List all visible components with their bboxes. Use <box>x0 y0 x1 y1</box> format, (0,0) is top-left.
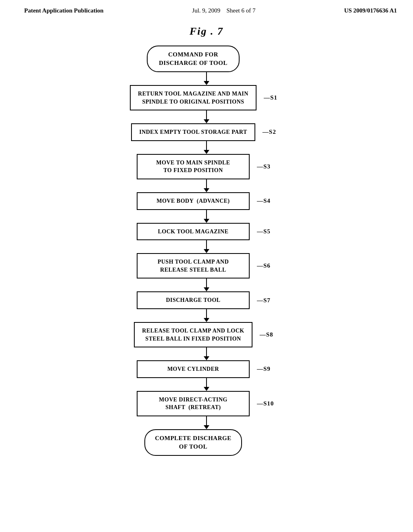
arrow-10 <box>204 378 209 391</box>
step-s8-box: RELEASE TOOL CLAMP AND LOCKSTEEL BALL IN… <box>134 322 252 347</box>
step-s4-label: —S4 <box>257 197 276 204</box>
publication-label: Patent Application Publication <box>24 7 104 14</box>
step-s5-box: LOCK TOOL MAGAZINE <box>137 223 250 241</box>
arrow-8 <box>204 309 209 322</box>
publication-date: Jul. 9, 2009 <box>192 7 220 14</box>
flow-s3-row: MOVE TO MAIN SPINDLETO FIXED POSITION —S… <box>16 154 397 179</box>
header-center: Jul. 9, 2009 Sheet 6 of 7 <box>192 7 255 14</box>
flow-s10-row: MOVE DIRECT-ACTINGSHAFT (RETREAT) —S10 <box>16 391 397 416</box>
flow-end-row: COMPLETE DISCHARGEOF TOOL <box>16 429 397 456</box>
arrow-2 <box>204 110 209 123</box>
step-s1-label: —S1 <box>264 94 283 101</box>
step-s9-box: MOVE CYLINDER <box>137 360 250 378</box>
flow-s6-row: PUSH TOOL CLAMP ANDRELEASE STEEL BALL —S… <box>16 253 397 278</box>
arrow-4 <box>204 179 209 192</box>
step-s4-box: MOVE BODY (ADVANCE) <box>137 192 250 210</box>
flow-s1-row: RETURN TOOL MAGAZINE AND MAINSPINDLE TO … <box>16 85 397 110</box>
arrow-6 <box>204 240 209 253</box>
step-s10-label: —S10 <box>257 400 276 407</box>
flowchart: COMMAND FORDISCHARGE OF TOOL RETURN TOOL… <box>0 46 413 456</box>
step-s1-box: RETURN TOOL MAGAZINE AND MAINSPINDLE TO … <box>130 85 257 110</box>
arrow-3 <box>204 141 209 154</box>
step-s7-label: —S7 <box>257 297 276 304</box>
figure-title: Fig . 7 <box>0 25 413 37</box>
page-header: Patent Application Publication Jul. 9, 2… <box>0 0 413 18</box>
arrow-11 <box>204 416 209 429</box>
patent-number: US 2009/0176636 A1 <box>344 7 397 14</box>
flow-s5-row: LOCK TOOL MAGAZINE —S5 <box>16 223 397 241</box>
flow-s9-row: MOVE CYLINDER —S9 <box>16 360 397 378</box>
arrow-9 <box>204 347 209 360</box>
step-s7-box: DISCHARGE TOOL <box>137 291 250 309</box>
step-s3-label: —S3 <box>257 163 276 170</box>
flow-s7-row: DISCHARGE TOOL —S7 <box>16 291 397 309</box>
step-s6-label: —S6 <box>257 262 276 269</box>
arrow-1 <box>204 72 209 85</box>
flow-s8-row: RELEASE TOOL CLAMP AND LOCKSTEEL BALL IN… <box>16 322 397 347</box>
arrow-5 <box>204 210 209 223</box>
step-s10-box: MOVE DIRECT-ACTINGSHAFT (RETREAT) <box>137 391 250 416</box>
arrow-7 <box>204 278 209 291</box>
step-s3-box: MOVE TO MAIN SPINDLETO FIXED POSITION <box>137 154 250 179</box>
flow-s4-row: MOVE BODY (ADVANCE) —S4 <box>16 192 397 210</box>
end-box: COMPLETE DISCHARGEOF TOOL <box>144 429 242 456</box>
step-s6-box: PUSH TOOL CLAMP ANDRELEASE STEEL BALL <box>137 253 250 278</box>
step-s2-box: INDEX EMPTY TOOL STORAGE PART <box>131 123 255 141</box>
step-s5-label: —S5 <box>257 228 276 235</box>
flow-s2-row: INDEX EMPTY TOOL STORAGE PART —S2 <box>16 123 397 141</box>
step-s8-label: —S8 <box>260 331 279 338</box>
start-box: COMMAND FORDISCHARGE OF TOOL <box>147 46 240 72</box>
sheet-info: Sheet 6 of 7 <box>226 7 255 14</box>
step-s9-label: —S9 <box>257 366 276 372</box>
flow-start-row: COMMAND FORDISCHARGE OF TOOL <box>16 46 397 72</box>
step-s2-label: —S2 <box>263 129 282 135</box>
